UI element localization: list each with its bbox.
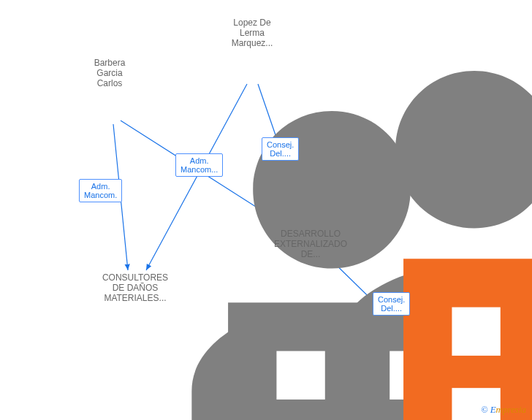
- edge-label-adm-mancom-2[interactable]: Adm. Mancom...: [175, 153, 223, 177]
- copyright-symbol: ©: [482, 405, 488, 415]
- node-desarrollo[interactable]: DESARROLLO EXTERNALIZADO DE...: [267, 226, 354, 262]
- svg-rect-12: [452, 308, 500, 356]
- watermark-rest: mpresia: [496, 404, 526, 415]
- edge-label-consej-del-2[interactable]: Consej. Del....: [373, 292, 410, 316]
- diagram-canvas: Barbera Garcia Carlos Lopez De Lerma Mar…: [0, 0, 532, 420]
- node-lopez[interactable]: Lopez De Lerma Marquez...: [208, 18, 296, 51]
- node-consultores[interactable]: CONSULTORES DE DAÑOS MATERIALES...: [91, 270, 179, 306]
- edge-label-adm-mancom-1[interactable]: Adm. Mancom.: [79, 179, 122, 202]
- watermark: ©Empresia: [482, 404, 526, 416]
- node-barbera[interactable]: Barbera Garcia Carlos: [66, 58, 153, 91]
- edge-label-consej-del-1[interactable]: Consej. Del....: [262, 137, 299, 161]
- watermark-e: E: [490, 404, 496, 415]
